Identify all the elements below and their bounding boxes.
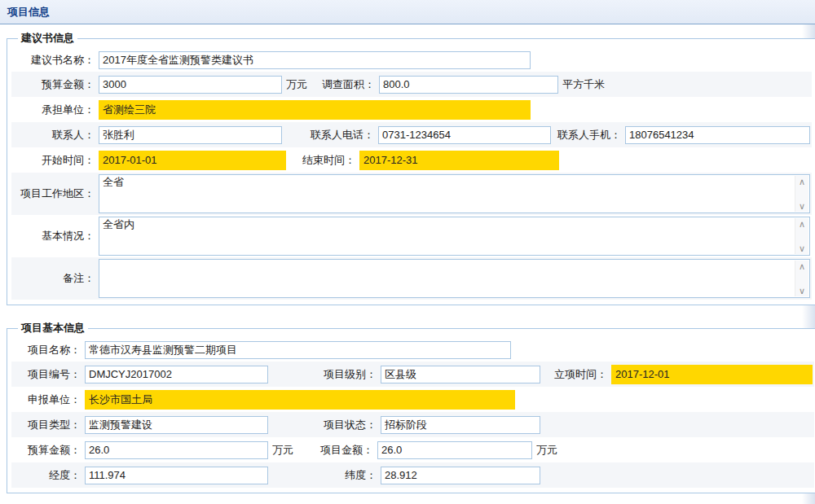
scroll-up-icon[interactable]: ∧: [799, 262, 805, 270]
project-level-label: 项目级别：: [268, 367, 381, 382]
approval-time-field[interactable]: 2017-12-01: [611, 365, 813, 384]
remark-label: 备注：: [13, 271, 99, 286]
work-area-text: 全省: [99, 175, 809, 190]
remark-scrollbar[interactable]: ∧ ∨: [795, 261, 808, 296]
undertaker-row: 承担单位： 省测绘三院: [11, 97, 812, 122]
project-status-input[interactable]: [381, 416, 540, 434]
work-area-textarea[interactable]: 全省 ∧ ∨: [99, 174, 810, 213]
page-title: 项目信息: [7, 6, 50, 18]
project-name-row: 项目名称：: [11, 338, 814, 362]
contacts-row: 联系人： 联系人电话： 联系人手机：: [11, 122, 812, 147]
project-code-label: 项目编号：: [13, 367, 85, 382]
basic-situation-label: 基本情况：: [13, 229, 99, 243]
end-time-field[interactable]: 2017-12-31: [359, 151, 559, 170]
code-level-approval-row: 项目编号： 项目级别： 立项时间： 2017-12-01: [11, 362, 814, 387]
project-name-label: 项目名称：: [13, 343, 85, 357]
remark-row: 备注： ∧ ∨: [11, 257, 812, 300]
contact-mobile-input[interactable]: [625, 126, 810, 144]
type-status-row: 项目类型： 项目状态：: [11, 412, 814, 437]
undertaker-field[interactable]: 省测绘三院: [99, 100, 531, 120]
end-time-label: 结束时间：: [286, 153, 359, 168]
survey-area-input[interactable]: [379, 76, 558, 94]
declare-unit-field[interactable]: 长沙市国土局: [85, 390, 515, 410]
proposal-name-label: 建议书名称：: [13, 53, 99, 68]
remark-text: [99, 260, 809, 261]
budget-unit: 万元: [286, 77, 307, 92]
lng-lat-row: 经度： 纬度：: [11, 462, 814, 488]
start-time-label: 开始时间：: [13, 153, 99, 168]
latitude-label: 纬度：: [268, 468, 381, 483]
project-budget-input[interactable]: [85, 441, 268, 459]
remark-textarea[interactable]: ∧ ∨: [99, 259, 810, 298]
longitude-label: 经度：: [13, 468, 85, 483]
project-type-input[interactable]: [85, 416, 268, 434]
survey-area-unit: 平方千米: [562, 77, 605, 92]
declare-unit-row: 申报单位： 长沙市国土局: [11, 387, 814, 412]
latitude-input[interactable]: [381, 467, 540, 484]
proposal-info-legend: 建议书信息: [18, 31, 77, 46]
project-amount-label: 项目金额：: [300, 443, 377, 458]
contact-mobile-label: 联系人手机：: [551, 128, 625, 142]
start-time-field[interactable]: 2017-01-01: [99, 151, 286, 170]
scroll-up-icon[interactable]: ∧: [799, 177, 805, 186]
budget-input[interactable]: [99, 76, 282, 94]
survey-area-label: 调查面积：: [314, 77, 379, 92]
budget-label: 预算金额：: [13, 77, 99, 92]
scroll-down-icon[interactable]: ∨: [799, 202, 805, 210]
project-info-fieldset: 项目基本信息 项目名称： 项目编号： 项目级别： 立项时间： 2017-12-0…: [7, 321, 815, 493]
project-status-label: 项目状态：: [268, 418, 381, 432]
contact-phone-input[interactable]: [378, 126, 551, 144]
proposal-info-fieldset: 建议书信息 建议书名称： 预算金额： 万元 调查面积： 平方千米 承担单位： 省…: [7, 31, 815, 305]
contact-phone-label: 联系人电话：: [282, 128, 378, 142]
basic-situation-text: 全省内: [99, 217, 809, 232]
project-type-label: 项目类型：: [13, 418, 85, 432]
approval-time-label: 立项时间：: [540, 367, 611, 382]
scroll-down-icon[interactable]: ∨: [799, 244, 805, 252]
contact-label: 联系人：: [13, 128, 99, 142]
work-area-label: 项目工作地区：: [13, 186, 99, 201]
proposal-name-input[interactable]: [99, 51, 531, 69]
work-area-row: 项目工作地区： 全省 ∧ ∨: [11, 173, 812, 215]
basic-situation-scrollbar[interactable]: ∧ ∨: [795, 218, 808, 254]
budget-amount-row: 预算金额： 万元 项目金额： 万元: [11, 437, 814, 462]
longitude-input[interactable]: [85, 467, 268, 484]
project-name-input[interactable]: [85, 341, 511, 359]
project-budget-unit: 万元: [272, 443, 293, 458]
declare-unit-label: 申报单位：: [13, 392, 85, 407]
page-header: 项目信息: [0, 0, 815, 24]
basic-situation-textarea[interactable]: 全省内 ∧ ∨: [99, 217, 810, 256]
proposal-name-row: 建议书名称：: [11, 48, 812, 72]
basic-situation-row: 基本情况： 全省内 ∧ ∨: [11, 215, 812, 257]
project-amount-input[interactable]: [377, 441, 532, 459]
project-amount-unit: 万元: [536, 443, 557, 458]
project-code-input[interactable]: [85, 366, 268, 383]
project-level-input[interactable]: [381, 366, 540, 383]
undertaker-label: 承担单位：: [13, 103, 99, 117]
scroll-up-icon[interactable]: ∧: [799, 220, 805, 228]
project-budget-label: 预算金额：: [13, 443, 85, 458]
work-area-scrollbar[interactable]: ∧ ∨: [795, 176, 808, 212]
dates-row: 开始时间： 2017-01-01 结束时间： 2017-12-31: [11, 147, 812, 173]
budget-area-row: 预算金额： 万元 调查面积： 平方千米: [11, 72, 812, 97]
contact-input[interactable]: [99, 126, 282, 144]
scroll-down-icon[interactable]: ∨: [799, 287, 805, 295]
project-info-legend: 项目基本信息: [18, 321, 88, 335]
